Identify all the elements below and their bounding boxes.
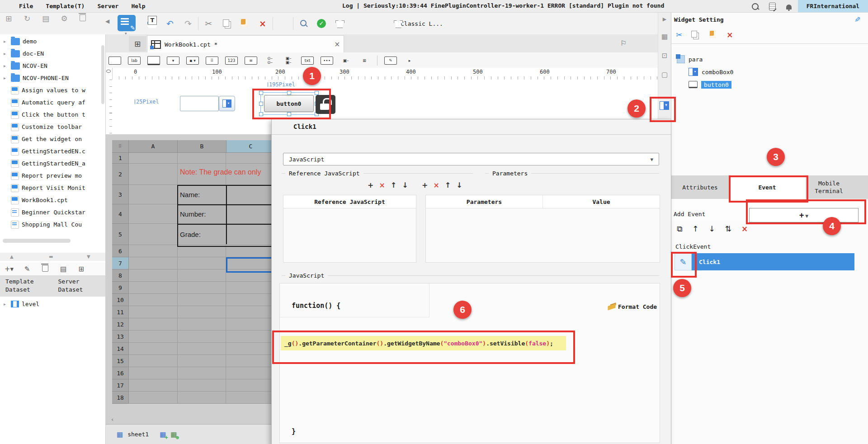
sheet-cell[interactable] bbox=[129, 185, 178, 204]
sheet-cell[interactable] bbox=[178, 379, 226, 392]
blank-panel-icon[interactable]: ▢ bbox=[660, 71, 669, 80]
account-badge[interactable]: FRInternational bbox=[798, 0, 868, 12]
Report Visit Monit[interactable]: ▸ Report Visit Monit bbox=[0, 182, 105, 194]
grade-cell[interactable]: Grade: bbox=[180, 231, 201, 238]
sheet-cell[interactable] bbox=[178, 282, 226, 294]
theme-name[interactable]: Classic L... bbox=[390, 13, 443, 34]
tab-template-dataset[interactable]: Template Dataset bbox=[0, 276, 53, 297]
textfield-icon[interactable] bbox=[108, 57, 121, 65]
event-item-row[interactable]: ✎ Click1 bbox=[675, 253, 854, 270]
row-header[interactable]: 2 bbox=[112, 164, 129, 185]
splitter-grip-icon[interactable]: ▬ bbox=[49, 254, 53, 259]
log-message[interactable]: Log | Seriously:10:39:44 FinePluginContr… bbox=[342, 2, 664, 9]
sheet-cell[interactable] bbox=[129, 367, 178, 379]
sheet-cell[interactable] bbox=[178, 318, 226, 331]
Template(T)[interactable]: Template(T) bbox=[39, 0, 91, 12]
paste-icon[interactable] bbox=[236, 16, 253, 31]
tab-mobile-terminal[interactable]: Mobile Terminal bbox=[806, 175, 852, 199]
GettingStartedEN.c[interactable]: ▸ GettingStartedEN.c bbox=[0, 145, 105, 157]
radiogroup-icon[interactable]: ⊙– ⊙– bbox=[264, 56, 276, 66]
row-header[interactable]: 10 bbox=[112, 294, 129, 306]
sheet-cell[interactable] bbox=[226, 331, 276, 343]
textarea-icon[interactable]: ≡ bbox=[245, 57, 257, 65]
sheet-cell[interactable] bbox=[129, 257, 178, 269]
doc-EN[interactable]: ▸ doc-EN bbox=[0, 47, 105, 60]
sheet-cell[interactable] bbox=[178, 367, 226, 379]
row-header[interactable]: 6 bbox=[112, 245, 129, 257]
select-all-corner[interactable]: ⠿ bbox=[112, 140, 129, 153]
sheet-cell[interactable] bbox=[178, 392, 226, 404]
WorkBook1.cpt[interactable]: ▸ WorkBook1.cpt bbox=[0, 194, 105, 206]
row-header[interactable]: 12 bbox=[112, 318, 129, 331]
event-language-select[interactable]: JavaScript ▾ bbox=[283, 153, 659, 165]
row-header[interactable]: 7 bbox=[112, 257, 129, 269]
sheet-cell[interactable] bbox=[129, 204, 178, 224]
Beginner Quickstar[interactable]: ▸ Beginner Quickstar bbox=[0, 206, 105, 218]
copy-icon[interactable] bbox=[218, 16, 235, 31]
number-cell[interactable]: Number: bbox=[180, 210, 206, 218]
column-header[interactable]: B bbox=[178, 140, 226, 153]
template-theme-button[interactable] bbox=[118, 15, 136, 31]
Get the widget on[interactable]: ▸ Get the widget on bbox=[0, 133, 105, 145]
Help[interactable]: Help bbox=[125, 0, 151, 12]
expand-icon[interactable]: ▸ bbox=[4, 39, 8, 44]
sheet-cell[interactable] bbox=[129, 153, 178, 164]
sheet-cell[interactable] bbox=[129, 343, 178, 355]
tree-item-combobox0[interactable]: comboBox0 bbox=[689, 67, 733, 77]
separator[interactable] bbox=[377, 56, 377, 66]
delete-event-icon[interactable]: × bbox=[741, 224, 748, 233]
splitter-down-icon[interactable]: ▼ bbox=[87, 254, 90, 259]
sheet-cell[interactable] bbox=[178, 355, 226, 367]
name-cell[interactable]: Name: bbox=[180, 191, 200, 198]
row-header[interactable]: 4 bbox=[112, 204, 129, 224]
import-template-icon[interactable]: ⊞ bbox=[4, 14, 14, 23]
row-header[interactable]: 11 bbox=[112, 306, 129, 318]
sheet-cell[interactable] bbox=[178, 257, 226, 269]
list-tool-icon[interactable]: ↑ bbox=[391, 181, 396, 189]
row-header[interactable]: 16 bbox=[112, 367, 129, 379]
redo-icon[interactable]: ↷ bbox=[180, 16, 196, 31]
row-header[interactable]: 3 bbox=[112, 185, 129, 204]
combobox0-dropdown-button[interactable] bbox=[219, 96, 235, 111]
GettingStartedEN_a[interactable]: ▸ GettingStartedEN_a bbox=[0, 157, 105, 170]
parameters-table[interactable]: Parameters Value bbox=[425, 195, 660, 263]
sheet-cell[interactable] bbox=[226, 153, 276, 164]
combocheck-icon[interactable]: ▪ ▾ bbox=[186, 57, 199, 65]
dataset-item-level[interactable]: ▸ level bbox=[0, 298, 39, 309]
Server[interactable]: Server bbox=[91, 0, 125, 12]
expand-right-panel-icon[interactable]: ▶ bbox=[660, 16, 669, 25]
list-tool-icon[interactable]: + bbox=[422, 181, 428, 189]
sheet-cell[interactable] bbox=[178, 331, 226, 343]
sheet-cell[interactable] bbox=[226, 245, 276, 257]
sheet-cell[interactable] bbox=[129, 164, 178, 185]
datepicker-icon[interactable]: ⠿ bbox=[206, 57, 218, 65]
NCOV-EN[interactable]: ▸ NCOV-EN bbox=[0, 60, 105, 72]
report-icon[interactable]: ▤ bbox=[41, 14, 51, 23]
expand-icon[interactable]: ▸ bbox=[4, 76, 8, 80]
refresh-icon[interactable]: ↻ bbox=[22, 14, 32, 23]
list-tool-icon[interactable]: × bbox=[379, 181, 385, 189]
text-icon[interactable]: txt bbox=[301, 57, 314, 65]
NCOV-PHONE-EN[interactable]: ▸ NCOV-PHONE-EN bbox=[0, 72, 105, 84]
sheet-cell[interactable] bbox=[129, 245, 178, 257]
reference-js-table[interactable]: Reference JavaScript bbox=[283, 195, 416, 263]
copy-widget-icon[interactable] bbox=[690, 30, 700, 40]
sheet-cell[interactable] bbox=[129, 294, 178, 306]
list-tool-icon[interactable]: ↓ bbox=[402, 181, 408, 189]
cut-icon[interactable]: ✂ bbox=[200, 16, 217, 31]
sheet-cell[interactable] bbox=[226, 392, 276, 404]
column-header[interactable]: A bbox=[129, 140, 178, 153]
tab-attributes[interactable]: Attributes bbox=[671, 175, 729, 199]
Customize toolbar[interactable]: ▸ Customize toolbar bbox=[0, 121, 105, 133]
sheet-cell[interactable] bbox=[178, 294, 226, 306]
demo[interactable]: ▸ demo bbox=[0, 35, 105, 47]
tree-widget-icon[interactable]: ⊞ bbox=[359, 56, 370, 66]
tab-server-dataset[interactable]: Server Dataset bbox=[53, 276, 106, 297]
sheet-cell[interactable] bbox=[129, 318, 178, 331]
cut-widget-icon[interactable]: ✂ bbox=[676, 30, 682, 39]
sheet-tab[interactable]: sheet1 bbox=[127, 431, 149, 438]
sheet-cell[interactable] bbox=[226, 355, 276, 367]
history-icon[interactable]: ⊡ bbox=[660, 52, 669, 61]
sheet-cell[interactable] bbox=[129, 224, 178, 245]
separator[interactable] bbox=[198, 17, 198, 30]
